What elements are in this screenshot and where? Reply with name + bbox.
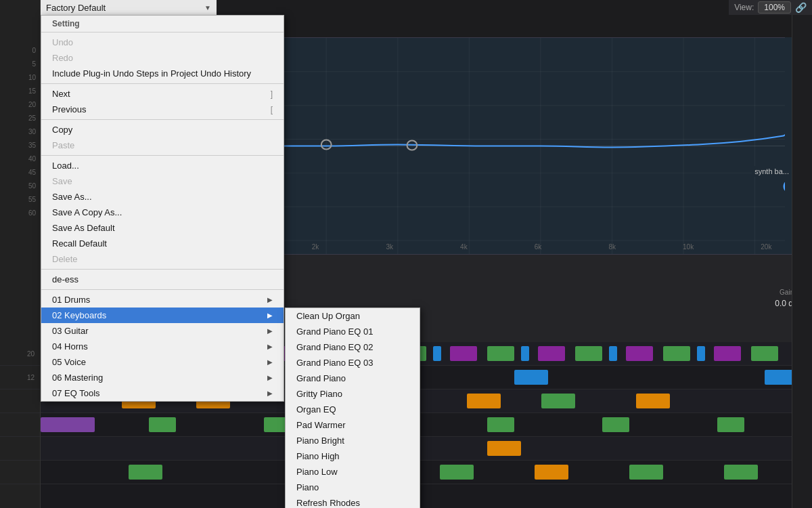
ruler-30: 30: [0, 125, 40, 139]
menu-item-undo[interactable]: Undo: [41, 35, 284, 50]
menu-item-drums[interactable]: 01 Drums ▶: [41, 292, 284, 308]
menu-separator: [41, 119, 284, 120]
link-icon[interactable]: 🔗: [795, 2, 807, 13]
clip[interactable]: [467, 394, 501, 408]
menu-item-save-copy[interactable]: Save A Copy As...: [41, 205, 284, 220]
freq-10k: 10k: [683, 243, 694, 251]
preset-label: Factory Default: [46, 3, 106, 13]
submenu-item-gritty-piano[interactable]: Gritty Piano: [286, 386, 420, 402]
clip[interactable]: [440, 465, 474, 480]
ruler-20: 20: [0, 98, 40, 112]
menu-item-keyboards[interactable]: 02 Keyboards ▶ Clean Up Organ Grand Pian…: [41, 308, 284, 323]
menu-item-delete[interactable]: Delete: [41, 251, 284, 267]
view-bar: View: 100% 🔗: [729, 0, 812, 15]
chevron-down-icon: ▼: [204, 4, 211, 12]
submenu-item-grand-piano[interactable]: Grand Piano: [286, 371, 420, 386]
clip[interactable]: [663, 346, 690, 361]
ruler-60: 60: [0, 207, 40, 220]
menu-item-redo[interactable]: Redo: [41, 50, 284, 66]
clip[interactable]: [626, 346, 653, 361]
menu-item-previous[interactable]: Previous [: [41, 102, 284, 117]
ruler-55: 55: [0, 193, 40, 207]
clip[interactable]: [450, 346, 477, 361]
menu-separator: [41, 155, 284, 156]
menu-item-save-as[interactable]: Save As...: [41, 189, 284, 205]
main-dropdown-menu: Setting Undo Redo Include Plug-in Undo S…: [41, 15, 284, 402]
clip[interactable]: [41, 417, 95, 432]
clip[interactable]: [129, 465, 162, 480]
submenu-arrow-icon: ▶: [267, 343, 273, 350]
freq-4k: 4k: [460, 243, 468, 251]
keyboards-submenu: Clean Up Organ Grand Piano EQ 01 Grand P…: [285, 308, 420, 508]
preset-dropdown[interactable]: Factory Default ▼: [41, 0, 217, 15]
submenu-item-clean-up-organ[interactable]: Clean Up Organ: [286, 308, 420, 324]
clip[interactable]: [575, 346, 602, 361]
ruler-5: 5: [0, 58, 40, 71]
submenu-arrow-icon: ▶: [267, 327, 273, 335]
submenu-item-refresh-rhodes[interactable]: Refresh Rhodes: [286, 495, 420, 508]
submenu-item-grand-piano-eq-01[interactable]: Grand Piano EQ 01: [286, 324, 420, 339]
menu-item-include-undo[interactable]: Include Plug-in Undo Steps in Project Un…: [41, 66, 284, 81]
menu-item-paste[interactable]: Paste: [41, 137, 284, 153]
clip[interactable]: [487, 417, 514, 432]
freq-8k: 8k: [608, 243, 616, 251]
view-label: View:: [734, 3, 754, 12]
clip[interactable]: [514, 370, 548, 385]
menu-item-load[interactable]: Load...: [41, 158, 284, 173]
clip[interactable]: [629, 465, 663, 480]
clip[interactable]: [541, 394, 575, 408]
submenu-item-piano-high[interactable]: Piano High: [286, 448, 420, 464]
menu-item-next[interactable]: Next ]: [41, 86, 284, 102]
view-value[interactable]: 100%: [758, 1, 791, 14]
submenu-arrow-icon: ▶: [267, 296, 273, 303]
clip[interactable]: [521, 346, 529, 361]
menu-item-voice[interactable]: 05 Voice ▶: [41, 354, 284, 370]
freq-20k: 20k: [761, 243, 771, 251]
ruler-10: 10: [0, 71, 40, 85]
ruler-40: 40: [0, 152, 40, 166]
clip[interactable]: [487, 441, 521, 456]
ruler-15: 15: [0, 85, 40, 98]
menu-item-save[interactable]: Save: [41, 173, 284, 189]
clip[interactable]: [714, 346, 741, 361]
menu-item-guitar[interactable]: 03 Guitar ▶: [41, 323, 284, 339]
menu-item-save-default[interactable]: Save As Default: [41, 220, 284, 236]
clip[interactable]: [149, 417, 176, 432]
clip[interactable]: [717, 417, 744, 432]
clip[interactable]: [602, 417, 629, 432]
submenu-item-grand-piano-eq-03[interactable]: Grand Piano EQ 03: [286, 355, 420, 371]
clip[interactable]: [636, 394, 670, 408]
menu-item-copy[interactable]: Copy: [41, 122, 284, 137]
clip[interactable]: [751, 346, 778, 361]
submenu-item-piano-low[interactable]: Piano Low: [286, 464, 420, 480]
freq-3k: 3k: [386, 243, 393, 251]
submenu-item-piano[interactable]: Piano: [286, 480, 420, 495]
ruler-0: 0: [0, 44, 40, 58]
freq-6k: 6k: [535, 243, 542, 251]
track-row: [41, 413, 812, 437]
menu-item-recall-default[interactable]: Recall Default: [41, 236, 284, 251]
submenu-item-pad-warmer[interactable]: Pad Warmer: [286, 417, 420, 433]
clip[interactable]: [697, 346, 705, 361]
ruler-45: 45: [0, 166, 40, 179]
ruler-25: 25: [0, 112, 40, 125]
clip[interactable]: [433, 346, 441, 361]
synth-label: synth ba...: [752, 166, 792, 177]
submenu-arrow-icon: ▶: [267, 312, 273, 319]
submenu-item-grand-piano-eq-02[interactable]: Grand Piano EQ 02: [286, 339, 420, 355]
menu-item-horns[interactable]: 04 Horns ▶: [41, 339, 284, 354]
submenu-item-piano-bright[interactable]: Piano Bright: [286, 433, 420, 448]
menu-item-mastering[interactable]: 06 Mastering ▶: [41, 370, 284, 385]
freq-2k: 2k: [312, 243, 319, 251]
submenu-item-organ-eq[interactable]: Organ EQ: [286, 402, 420, 417]
clip[interactable]: [609, 346, 617, 361]
menu-separator: [41, 32, 284, 33]
right-sidebar: [792, 0, 812, 508]
clip[interactable]: [535, 465, 568, 480]
clip[interactable]: [538, 346, 565, 361]
clip[interactable]: [724, 465, 758, 480]
menu-item-eq-tools[interactable]: 07 EQ Tools ▶: [41, 385, 284, 401]
menu-item-de-ess[interactable]: de-ess: [41, 272, 284, 287]
menu-header: Setting: [41, 16, 284, 30]
clip[interactable]: [487, 346, 514, 361]
